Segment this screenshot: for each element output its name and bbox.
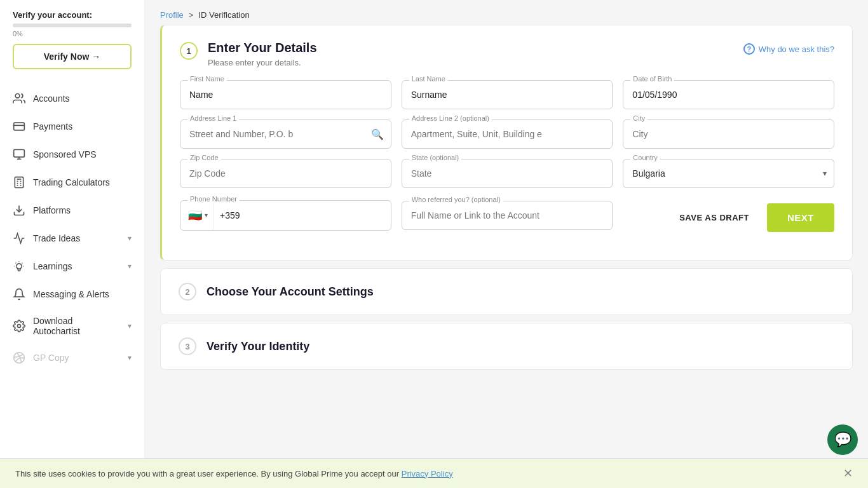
city-group: City	[623, 119, 834, 149]
sidebar-item-download-autochartist[interactable]: Download Autochartist ▾	[0, 308, 144, 344]
referral-input[interactable]	[402, 201, 613, 230]
chevron-down-icon: ▾	[128, 353, 132, 362]
copy-icon	[13, 351, 25, 364]
chat-icon: 💬	[834, 431, 851, 448]
trade-ideas-icon	[13, 232, 25, 245]
step3-card: 3 Verify Your Identity	[160, 323, 853, 370]
sidebar-item-trading-calculators[interactable]: Trading Calculators	[0, 168, 144, 196]
phone-input-wrap: 🇧🇬 ▾	[180, 200, 391, 231]
sidebar-item-label: Sponsored VPS	[33, 149, 97, 159]
step1-title-block: Enter Your Details Please enter your det…	[208, 41, 733, 67]
sidebar-item-label: Payments	[33, 121, 72, 132]
zip-input[interactable]	[180, 159, 391, 188]
step2-card: 2 Choose Your Account Settings	[160, 268, 853, 315]
country-select[interactable]: Bulgaria United States United Kingdom Au…	[623, 159, 834, 188]
progress-bar-wrap	[13, 24, 132, 27]
sidebar-item-label: Messaging & Alerts	[33, 289, 109, 299]
first-name-input[interactable]	[180, 80, 391, 109]
dob-group: Date of Birth	[623, 80, 834, 109]
sidebar-item-label: GP Copy	[33, 353, 69, 363]
step2-number: 2	[179, 283, 196, 301]
gear-icon	[13, 320, 25, 332]
country-group: Country Bulgaria United States United Ki…	[623, 159, 834, 188]
save-draft-button[interactable]: SAVE AS DRAFT	[667, 204, 762, 231]
state-label: State (optional)	[409, 154, 462, 161]
step1-number: 1	[180, 42, 198, 60]
main-content: Profile > ID Verification 1 Enter Your D…	[145, 0, 868, 488]
address2-group: Address Line 2 (optional)	[402, 119, 613, 149]
svg-point-13	[18, 325, 21, 328]
accounts-icon	[13, 92, 25, 105]
privacy-policy-link[interactable]: Privacy Policy	[402, 469, 453, 478]
referral-label: Who referred you? (optional)	[409, 196, 503, 203]
platforms-icon	[13, 204, 25, 217]
breadcrumb: Profile > ID Verification	[145, 0, 868, 25]
verify-label: Verify your account:	[13, 10, 132, 20]
step1-title: Enter Your Details	[208, 41, 733, 55]
zip-group: Zip Code	[180, 159, 391, 188]
first-name-label: First Name	[187, 75, 227, 83]
next-button[interactable]: NEXT	[767, 203, 834, 232]
sidebar-nav: Accounts Payments Sponsored VPS Trading …	[0, 85, 144, 488]
progress-label: 0%	[13, 30, 132, 37]
svg-rect-1	[14, 123, 25, 130]
bell-icon	[13, 288, 25, 301]
breadcrumb-profile[interactable]: Profile	[160, 10, 184, 20]
flag-emoji: 🇧🇬	[188, 208, 202, 222]
state-group: State (optional)	[402, 159, 613, 188]
address2-input[interactable]	[402, 119, 613, 149]
breadcrumb-separator: >	[189, 10, 194, 20]
sidebar-item-platforms[interactable]: Platforms	[0, 196, 144, 224]
sidebar-item-label: Download Autochartist	[33, 316, 120, 336]
referral-group: Who referred you? (optional)	[402, 201, 613, 230]
cookie-close-button[interactable]: ✕	[843, 466, 853, 480]
zip-label: Zip Code	[187, 154, 221, 161]
sidebar-item-label: Platforms	[33, 205, 71, 215]
svg-point-0	[15, 94, 20, 98]
chevron-down-icon: ▾	[128, 234, 132, 243]
cookie-banner: This site uses cookies to provide you wi…	[0, 458, 868, 488]
sidebar-item-gp-copy[interactable]: GP Copy ▾	[0, 344, 144, 372]
phone-input[interactable]	[214, 201, 391, 229]
sidebar: Verify your account: 0% Verify Now → Acc…	[0, 0, 145, 488]
sidebar-item-accounts[interactable]: Accounts	[0, 85, 144, 112]
payments-icon	[13, 120, 25, 133]
why-ask-link[interactable]: ? Why do we ask this?	[743, 43, 834, 55]
address1-label: Address Line 1	[187, 114, 239, 122]
last-name-group: Last Name	[402, 80, 613, 109]
sidebar-item-messaging[interactable]: Messaging & Alerts	[0, 280, 144, 308]
state-input[interactable]	[402, 159, 613, 188]
sidebar-item-payments[interactable]: Payments	[0, 112, 144, 140]
sidebar-item-label: Trade Ideas	[33, 233, 80, 243]
sidebar-item-learnings[interactable]: Learnings ▾	[0, 252, 144, 280]
dob-input[interactable]	[623, 80, 834, 109]
search-icon: 🔍	[371, 128, 384, 140]
sidebar-item-label: Trading Calculators	[33, 177, 110, 187]
chat-button[interactable]: 💬	[827, 424, 858, 455]
svg-rect-3	[14, 150, 25, 158]
form-row-4: Phone Number 🇧🇬 ▾ Who referred you? (opt…	[180, 198, 834, 232]
phone-flag-selector[interactable]: 🇧🇬 ▾	[180, 201, 214, 230]
first-name-group: First Name	[180, 80, 391, 109]
last-name-label: Last Name	[409, 75, 448, 83]
verify-now-button[interactable]: Verify Now →	[13, 44, 132, 69]
form-row-3: Zip Code State (optional) Country Bulgar…	[180, 159, 834, 188]
form-row-2: Address Line 1 🔍 Address Line 2 (optiona…	[180, 119, 834, 149]
dob-label: Date of Birth	[630, 75, 674, 83]
sidebar-item-trade-ideas[interactable]: Trade Ideas ▾	[0, 224, 144, 252]
address2-label: Address Line 2 (optional)	[409, 114, 492, 122]
why-ask-label: Why do we ask this?	[759, 44, 834, 54]
sidebar-item-sponsored-vps[interactable]: Sponsored VPS	[0, 140, 144, 168]
chevron-down-icon: ▾	[205, 212, 208, 219]
city-input[interactable]	[623, 119, 834, 149]
step3-title: Verify Your Identity	[207, 340, 309, 353]
address1-input[interactable]	[180, 119, 391, 149]
cookie-text: This site uses cookies to provide you wi…	[15, 469, 453, 478]
step3-number: 3	[179, 337, 196, 355]
step1-header: 1 Enter Your Details Please enter your d…	[162, 25, 852, 67]
chevron-down-icon: ▾	[128, 322, 132, 330]
sidebar-item-label: Accounts	[33, 93, 70, 104]
country-label: Country	[630, 154, 660, 161]
svg-rect-4	[15, 177, 23, 188]
last-name-input[interactable]	[402, 80, 613, 109]
